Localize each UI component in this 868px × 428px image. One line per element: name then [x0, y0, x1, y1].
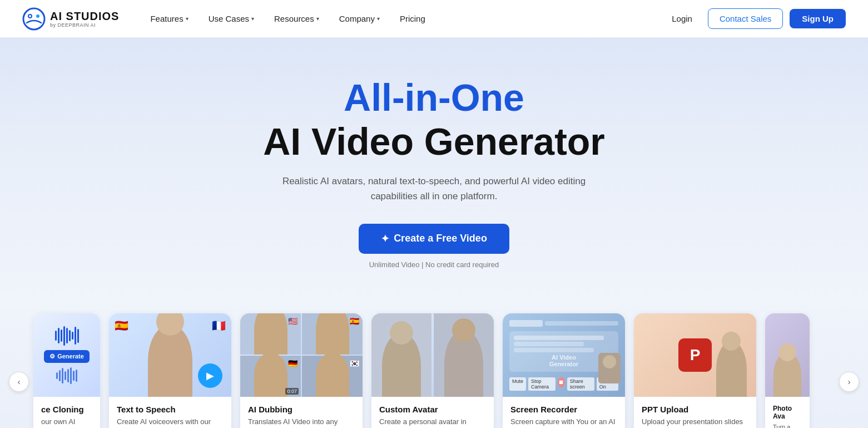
- card-title: Screen Recorder: [510, 405, 617, 414]
- hero-section: All-in-One AI Video Generator Realistic …: [0, 38, 868, 297]
- contact-sales-button[interactable]: Contact Sales: [708, 8, 783, 29]
- card-thumbnail: 🇪🇸 🇫🇷 ▶: [109, 313, 231, 397]
- cta-button[interactable]: ✦ Create a Free Video: [359, 224, 509, 254]
- card-desc: Create AI voiceovers with our free TTS: [117, 417, 224, 428]
- nav-pricing[interactable]: Pricing: [391, 9, 434, 28]
- list-item: P PPT Upload Upload your presentation sl…: [634, 313, 756, 428]
- sparkle-icon: ✦: [381, 233, 389, 245]
- list-item: 🇪🇸 🇫🇷 ▶ Text to Speech Create AI voiceov…: [109, 313, 231, 428]
- signup-button[interactable]: Sign Up: [790, 9, 846, 28]
- hero-fine-print: Unlimited Video | No credit card require…: [22, 260, 846, 269]
- card-desc: Create a personal avatar in minutes: [379, 417, 486, 428]
- nav-company[interactable]: Company ▾: [330, 9, 389, 28]
- login-button[interactable]: Login: [663, 9, 701, 28]
- card-thumbnail: AI VideoGenerator Mute Stop Camera ⏹ Sha…: [503, 313, 625, 397]
- card-desc: Screen capture with You or an AI Avatar: [510, 417, 617, 428]
- card-thumbnail: [765, 313, 810, 397]
- nav-resources[interactable]: Resources ▾: [265, 9, 328, 28]
- nav-actions: Login Contact Sales Sign Up: [663, 8, 846, 29]
- cards-section: ‹: [0, 297, 868, 428]
- list-item: Custom Avatar Create a personal avatar i…: [371, 313, 494, 428]
- hero-title-blue: All-in-One: [22, 77, 846, 119]
- cards-container: ⚙ Generate: [0, 313, 868, 428]
- card-title: PPT Upload: [642, 405, 748, 414]
- card-desc: Turn a photo i...: [773, 423, 802, 428]
- generate-button[interactable]: ⚙ Generate: [44, 350, 90, 363]
- card-title: ce Cloning: [41, 405, 92, 414]
- card-title: Custom Avatar: [379, 405, 486, 414]
- card-thumbnail: ⚙ Generate: [33, 313, 100, 397]
- list-item: AI VideoGenerator Mute Stop Camera ⏹ Sha…: [503, 313, 625, 428]
- brand-name: AI STUDIOS: [50, 10, 119, 22]
- chevron-down-icon: ▾: [377, 16, 380, 22]
- card-thumbnail: 🇺🇸 Hello 🇪🇸 Hola 🇩🇪 0:07: [240, 313, 363, 397]
- chevron-down-icon: ▾: [316, 16, 319, 22]
- play-button[interactable]: ▶: [198, 363, 222, 388]
- card-desc: Upload your presentation slides: [642, 417, 748, 427]
- chevron-down-icon: ▾: [251, 16, 254, 22]
- card-title: AI Dubbing: [248, 405, 355, 414]
- list-item: ⚙ Generate: [33, 313, 100, 428]
- card-thumbnail: [371, 313, 494, 397]
- chevron-down-icon: ▾: [186, 16, 189, 22]
- card-title: Photo Ava: [773, 405, 802, 420]
- card-thumbnail: P: [634, 313, 756, 397]
- carousel-next-button[interactable]: ›: [839, 372, 859, 392]
- hero-subtitle: Realistic AI avatars, natural text-to-sp…: [262, 174, 607, 204]
- svg-point-0: [23, 8, 44, 29]
- svg-point-2: [29, 15, 31, 17]
- brand-sub: by DEEPBRAIN AI: [50, 22, 119, 28]
- list-item: Photo Ava Turn a photo i...: [765, 313, 810, 428]
- logo[interactable]: AI STUDIOS by DEEPBRAIN AI: [22, 7, 119, 31]
- card-title: Text to Speech: [117, 405, 224, 414]
- nav-links: Features ▾ Use Cases ▾ Resources ▾ Compa…: [141, 9, 663, 28]
- card-desc: Translates AI Video into any language: [248, 417, 355, 428]
- ppt-icon: P: [678, 338, 712, 372]
- navbar: AI STUDIOS by DEEPBRAIN AI Features ▾ Us…: [0, 0, 868, 38]
- hero-title-black: AI Video Generator: [22, 121, 846, 163]
- logo-icon: [22, 7, 46, 31]
- nav-usecases[interactable]: Use Cases ▾: [200, 9, 263, 28]
- list-item: 🇺🇸 Hello 🇪🇸 Hola 🇩🇪 0:07: [240, 313, 363, 428]
- svg-point-3: [36, 14, 39, 18]
- card-desc: our own AI voice for TTS: [41, 417, 92, 428]
- carousel-prev-button[interactable]: ‹: [9, 372, 29, 392]
- carousel-wrapper: ‹: [0, 313, 868, 428]
- nav-features[interactable]: Features ▾: [141, 9, 197, 28]
